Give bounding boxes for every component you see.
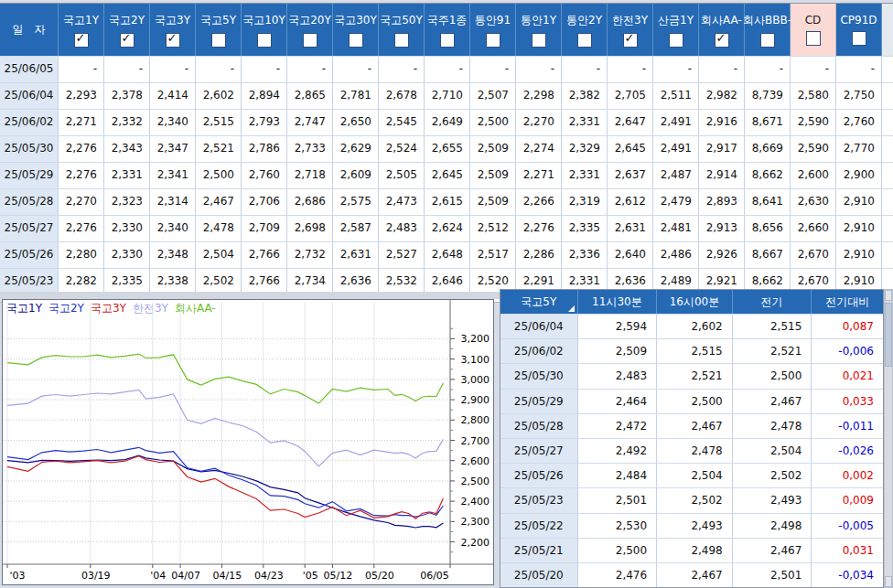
scroll-up-icon[interactable] (885, 290, 892, 301)
value-cell: 2,382 (562, 83, 608, 109)
value-cell: - (379, 57, 425, 82)
svg-text:'04: '04 (150, 570, 166, 582)
detail-sort-column-header[interactable]: 국고5Y (500, 290, 578, 314)
value-cell: 2,747 (287, 110, 333, 135)
detail-date-cell: 25/05/30 (500, 364, 578, 388)
column-label: 통안2Y (566, 13, 602, 28)
scroll-down-icon[interactable] (885, 576, 892, 587)
series-checkbox[interactable] (623, 33, 638, 48)
series-checkbox[interactable] (715, 33, 729, 48)
value-cell: 2,646 (425, 269, 470, 294)
value-cell: 2,491 (653, 136, 699, 162)
detail-row: 25/06/022,5092,5152,521-0,006 (500, 338, 883, 363)
svg-text:04/07: 04/07 (171, 570, 200, 582)
series-checkbox[interactable] (532, 33, 546, 48)
date-cell: 25/06/05 (0, 57, 59, 82)
column-label: 한전3Y (612, 13, 648, 28)
value-cell: 2,910 (836, 242, 882, 268)
value-cell: 2,982 (699, 83, 745, 109)
series-checkbox[interactable] (74, 33, 89, 48)
value-cell: 2,512 (470, 216, 516, 241)
series-checkbox[interactable] (806, 31, 821, 46)
value-cell: 2,629 (333, 136, 379, 162)
table-row: 25/06/042,2932,3782,4142,6022,8942,8652,… (0, 82, 893, 109)
date-cell: 25/05/28 (0, 189, 59, 215)
value-cell: 2,414 (150, 83, 196, 109)
yield-table: 일 자 국고1Y국고2Y국고3Y국고5Y국고10Y국고20Y국고30Y국고50Y… (0, 3, 893, 303)
series-checkbox[interactable] (166, 33, 180, 48)
svg-text:2,900: 2,900 (461, 394, 490, 406)
value-cell: 2,500 (470, 110, 516, 135)
table-row: 25/06/05------------------ (0, 56, 893, 82)
detail-prev-cell: 2,467 (733, 390, 812, 413)
detail-row: 25/06/042,5942,6022,5150,087 (500, 314, 883, 338)
column-header-CD: CD (791, 4, 836, 56)
series-checkbox[interactable] (577, 33, 592, 48)
value-cell: 2,314 (150, 189, 196, 215)
value-cell: 2,645 (425, 163, 470, 188)
series-checkbox[interactable] (760, 33, 775, 48)
series-checkbox[interactable] (211, 33, 226, 48)
value-cell: 2,343 (104, 136, 150, 162)
value-cell: 2,330 (104, 216, 150, 241)
column-label: 국고20Y (288, 13, 331, 28)
detail-1600-cell: 2,478 (657, 439, 733, 463)
value-cell: 2,487 (653, 163, 699, 188)
value-cell: 2,636 (333, 269, 379, 294)
value-cell: 2,705 (608, 83, 653, 109)
value-cell: 2,293 (59, 83, 104, 109)
value-cell: 2,916 (699, 110, 745, 135)
value-cell: 2,335 (562, 216, 608, 241)
detail-prev-cell: 2,467 (733, 539, 812, 562)
series-checkbox[interactable] (852, 31, 866, 46)
series-checkbox[interactable] (257, 33, 272, 48)
value-cell: 2,521 (196, 136, 242, 162)
value-cell: 2,760 (836, 110, 882, 135)
table-row: 25/06/022,2712,3322,3402,5152,7932,7472,… (0, 109, 893, 135)
value-cell: 2,332 (104, 110, 150, 135)
detail-date-cell: 25/05/27 (500, 439, 578, 463)
series-checkbox[interactable] (349, 33, 363, 48)
value-cell: 2,630 (791, 189, 836, 215)
detail-1600-cell: 2,602 (657, 315, 733, 338)
value-cell: 2,575 (333, 189, 379, 215)
series-checkbox[interactable] (440, 33, 455, 48)
detail-diff-cell: -0,006 (812, 339, 883, 363)
yield-table-header-row: 일 자 국고1Y국고2Y국고3Y국고5Y국고10Y국고20Y국고30Y국고50Y… (0, 4, 893, 56)
svg-text:2,500: 2,500 (461, 476, 490, 487)
value-cell: 8,656 (745, 216, 791, 241)
scrollbar-thumb[interactable] (885, 303, 892, 367)
value-cell: 2,348 (150, 242, 196, 268)
value-cell: 2,893 (699, 189, 745, 215)
detail-prev-cell: 2,501 (733, 563, 812, 587)
detail-date-cell: 25/05/29 (500, 390, 578, 413)
detail-date-cell: 25/05/22 (500, 514, 578, 538)
value-cell: 2,914 (699, 163, 745, 188)
value-cell: 2,786 (242, 136, 287, 162)
detail-1130-cell: 2,501 (578, 488, 658, 512)
series-checkbox[interactable] (394, 33, 409, 48)
value-cell: - (699, 57, 745, 82)
detail-date-cell: 25/05/23 (500, 488, 578, 512)
value-cell: 2,766 (242, 269, 287, 294)
detail-row: 25/05/222,5302,4932,498-0,005 (500, 513, 883, 538)
detail-1600-cell: 2,498 (657, 539, 733, 562)
value-cell: 2,900 (836, 163, 882, 188)
value-cell: 2,587 (333, 216, 379, 241)
series-checkbox[interactable] (486, 33, 500, 48)
value-cell: 2,894 (242, 83, 287, 109)
column-header-국고20Y: 국고20Y (287, 4, 333, 56)
detail-row: 25/05/212,5002,4982,4670,031 (500, 538, 883, 562)
value-cell: 2,781 (333, 83, 379, 109)
value-cell: 2,766 (242, 242, 287, 268)
value-cell: 2,631 (608, 216, 653, 241)
svg-text:05/20: 05/20 (365, 570, 394, 582)
series-checkbox[interactable] (669, 33, 683, 48)
series-checkbox[interactable] (303, 33, 317, 48)
row-filler (882, 216, 893, 241)
vertical-scrollbar[interactable] (884, 289, 893, 588)
value-cell: 2,678 (379, 83, 425, 109)
value-cell: 2,509 (470, 189, 516, 215)
detail-diff-cell: -0,005 (812, 514, 883, 538)
series-checkbox[interactable] (120, 33, 134, 48)
